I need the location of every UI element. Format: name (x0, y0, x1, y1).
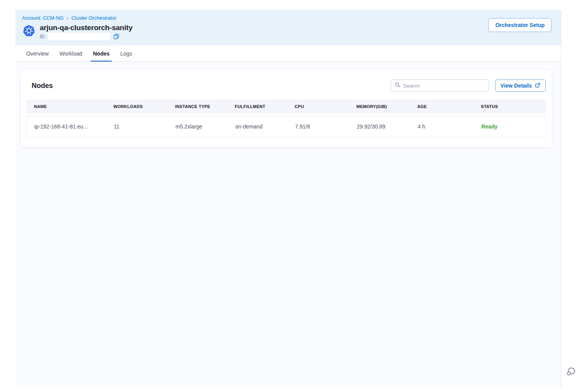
tab-nodes[interactable]: Nodes (92, 46, 110, 61)
cluster-tabs: Overview Workload Nodes Logs (15, 46, 561, 62)
search-icon (395, 82, 400, 89)
cluster-title-row: arjun-qa-clusterorch-sanity ID: (22, 24, 552, 40)
column-header-status: STATUS (473, 104, 547, 109)
cluster-id-value (48, 33, 111, 40)
view-details-button[interactable]: View Details (495, 79, 546, 92)
tab-overview[interactable]: Overview (25, 46, 49, 61)
column-header-name: NAME (26, 104, 106, 109)
node-workloads: 11 (106, 123, 168, 130)
nodes-table: NAME WORKLOADS INSTANCE TYPE FULFILLMENT… (26, 100, 547, 137)
breadcrumb-account[interactable]: Account: CCM-NG (22, 15, 64, 21)
cluster-id-label: ID: (40, 34, 46, 39)
column-header-fulfillment: FULFILLMENT (227, 104, 287, 109)
search-box[interactable] (391, 79, 489, 92)
tab-logs[interactable]: Logs (120, 46, 133, 61)
breadcrumb: Account: CCM-NG › Cluster Orchestrator (22, 15, 552, 21)
search-input[interactable] (403, 83, 485, 89)
node-instance-type: m5.2xlarge (168, 123, 228, 130)
cluster-header: Account: CCM-NG › Cluster Orchestrator (15, 10, 561, 46)
node-memory: 29.92/30.89 (349, 123, 410, 130)
column-header-memory: MEMORY(GIB) (349, 104, 410, 109)
breadcrumb-separator-icon: › (67, 15, 68, 21)
node-status: Ready (474, 123, 546, 130)
tab-workload[interactable]: Workload (59, 46, 83, 61)
node-fulfillment: on-demand (228, 123, 287, 130)
kubernetes-logo-icon (22, 24, 36, 38)
table-row[interactable]: ip-192-168-41-81.eu... 11 m5.2xlarge on-… (26, 116, 547, 137)
node-name: ip-192-168-41-81.eu... (27, 123, 106, 130)
nodes-panel: Nodes View Details (21, 70, 552, 147)
nodes-panel-header: Nodes View Details (26, 79, 547, 92)
nodes-panel-actions: View Details (391, 79, 546, 92)
view-details-label: View Details (501, 83, 532, 89)
external-link-icon (535, 83, 540, 89)
cluster-title-block: arjun-qa-clusterorch-sanity ID: (40, 24, 133, 40)
content-area: Nodes View Details (15, 62, 561, 388)
orchestrator-setup-button[interactable]: Orchestrator Setup (488, 18, 552, 32)
chat-bubble-icon[interactable] (565, 366, 576, 378)
column-header-cpu: CPU (287, 104, 349, 109)
app-main: Account: CCM-NG › Cluster Orchestrator (15, 10, 561, 388)
nodes-table-header: NAME WORKLOADS INSTANCE TYPE FULFILLMENT… (26, 100, 547, 113)
column-header-workloads: WORKLOADS (106, 104, 167, 109)
node-age: 4 h (410, 123, 474, 130)
column-header-instance-type: INSTANCE TYPE (167, 104, 227, 109)
node-cpu: 7.91/8 (287, 123, 349, 130)
breadcrumb-cluster-orchestrator[interactable]: Cluster Orchestrator (71, 15, 116, 21)
cluster-id-row: ID: (40, 33, 133, 40)
copy-icon[interactable] (113, 34, 119, 39)
cluster-name: arjun-qa-clusterorch-sanity (40, 24, 133, 32)
nodes-panel-title: Nodes (32, 82, 53, 90)
column-header-age: AGE (410, 104, 473, 109)
